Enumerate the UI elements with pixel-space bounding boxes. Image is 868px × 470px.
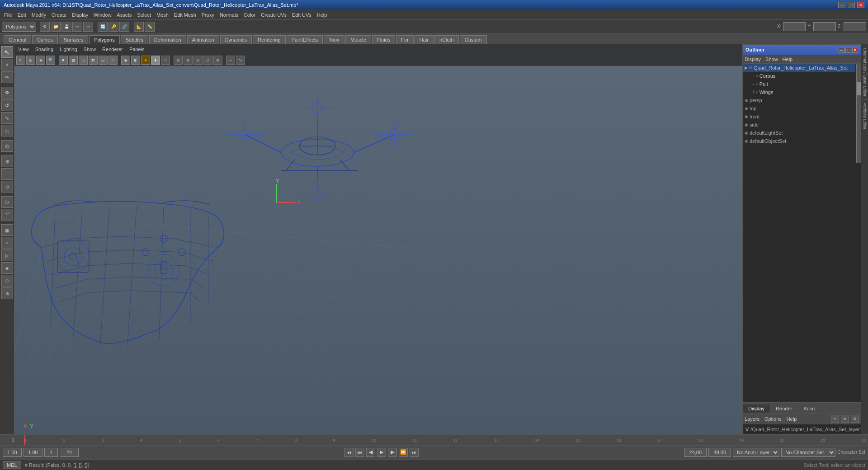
anim-layer-btn[interactable]: ▷ <box>1 249 13 261</box>
attribute-editor-label[interactable]: Attribute Editor <box>862 100 868 132</box>
menu-edit-uvs[interactable]: Edit UVs <box>290 11 314 19</box>
pose-editor-btn[interactable]: ⚇ <box>1 275 13 287</box>
layer-tab-display[interactable]: Display <box>743 404 770 413</box>
layer-options-btn[interactable]: ⚙ <box>851 415 859 423</box>
vp-icon-16[interactable]: ⊕ <box>174 56 183 65</box>
toolbar-icon-5[interactable]: ↪ <box>83 22 93 32</box>
menu-create[interactable]: Create <box>49 11 69 19</box>
end-frame-input[interactable] <box>60 448 79 457</box>
viewport-menu-lighting[interactable]: Lighting <box>60 47 77 52</box>
total-end-input[interactable] <box>708 448 731 457</box>
vp-icon-7[interactable]: ⊡ <box>79 56 88 65</box>
menu-modify[interactable]: Modify <box>29 11 48 19</box>
menu-mesh[interactable]: Mesh <box>154 11 171 19</box>
goto-start-btn[interactable]: ⏮ <box>344 448 354 457</box>
outliner-item-pult[interactable]: ─ ○ Pult <box>743 80 855 88</box>
toolbar-icon-4[interactable]: ↩ <box>72 22 82 32</box>
prev-key-btn[interactable]: ⏭ <box>355 448 364 457</box>
prev-frame-btn[interactable]: ◀ <box>366 448 375 457</box>
vp-icon-22[interactable]: ⤡ <box>236 56 245 65</box>
tab-muscle[interactable]: Muscle <box>345 35 371 44</box>
tab-animation[interactable]: Animation <box>187 35 219 44</box>
y-input[interactable] <box>813 22 836 31</box>
tab-fluids[interactable]: Fluids <box>372 35 395 44</box>
viewport-menu-shading[interactable]: Shading <box>35 47 53 52</box>
range-start-input[interactable] <box>24 448 42 457</box>
viewport-menu-renderer[interactable]: Renderer <box>102 47 123 52</box>
toolbar-icon-6[interactable]: 🔄 <box>98 22 108 32</box>
tab-painteffects[interactable]: PaintEffects <box>287 35 323 44</box>
next-frame-btn[interactable]: ▶ <box>388 448 397 457</box>
universal-tool[interactable]: ⚏ <box>1 125 13 136</box>
snap-curve[interactable]: ⌒ <box>1 168 13 180</box>
snap-point[interactable]: ⊙ <box>1 181 13 193</box>
tab-general[interactable]: General <box>4 35 31 44</box>
vp-icon-3[interactable]: ◈ <box>36 56 45 65</box>
play-btn[interactable]: ▶ <box>377 448 386 457</box>
layer-help-menu[interactable]: Help <box>787 416 797 422</box>
current-frame-input[interactable] <box>44 448 58 457</box>
vp-icon-2[interactable]: ⊞ <box>26 56 35 65</box>
toolbar-icon-1[interactable]: ⚙ <box>40 22 50 32</box>
snap-grid[interactable]: ⊞ <box>1 155 13 167</box>
layer-tab-anim[interactable]: Anim <box>798 404 820 413</box>
vp-icon-20[interactable]: ⊛ <box>213 56 222 65</box>
vp-icon-21[interactable]: ↔ <box>226 56 235 65</box>
vp-icon-14[interactable]: ● <box>151 56 160 65</box>
tab-toon[interactable]: Toon <box>324 35 344 44</box>
tab-curves[interactable]: Curves <box>32 35 58 44</box>
menu-proxy[interactable]: Proxy <box>199 11 217 19</box>
maximize-btn[interactable]: □ <box>848 2 855 8</box>
timeline-ruler[interactable]: 1 1 2 3 4 5 6 7 8 9 10 11 12 13 14 15 <box>0 435 868 446</box>
render-btn[interactable]: 🎬 <box>1 209 13 221</box>
viewport-menu-show[interactable]: Show <box>84 47 96 52</box>
menu-normals[interactable]: Normals <box>217 11 241 19</box>
display-layer-btn[interactable]: ≡ <box>1 237 13 249</box>
vp-icon-6[interactable]: ▦ <box>69 56 78 65</box>
vp-icon-17[interactable]: ⊗ <box>184 56 193 65</box>
range-end-input[interactable] <box>684 448 707 457</box>
vp-icon-4[interactable]: 🔍 <box>46 56 55 65</box>
toolbar-icon-2[interactable]: 📁 <box>51 22 61 32</box>
rotate-tool[interactable]: ↺ <box>1 99 13 111</box>
layer-visibility[interactable]: V <box>745 427 749 432</box>
tab-fur[interactable]: Fur <box>396 35 414 44</box>
outliner-scrollbar[interactable] <box>856 64 861 163</box>
outliner-item-side[interactable]: ◉ side <box>743 121 855 129</box>
vp-icon-18[interactable]: ⊘ <box>193 56 203 65</box>
new-layer-btn[interactable]: + <box>831 415 839 423</box>
vp-select-icon[interactable]: ↖ <box>16 56 25 65</box>
vp-icon-13[interactable]: ● <box>141 56 150 65</box>
menu-assets[interactable]: Assets <box>114 11 134 19</box>
outliner-item-objectset[interactable]: ◉ defaultObjectSet <box>743 137 855 145</box>
paint-tool[interactable]: ✏ <box>1 71 13 83</box>
tab-ncloth[interactable]: nCloth <box>434 35 459 44</box>
toolbar-icon-3[interactable]: 💾 <box>61 22 71 32</box>
viewport-menu-panels[interactable]: Panels <box>129 47 145 52</box>
vp-icon-9[interactable]: ⊟ <box>99 56 108 65</box>
outliner-maximize[interactable]: □ <box>845 47 851 53</box>
vp-icon-15[interactable]: ? <box>161 56 170 65</box>
menu-edit[interactable]: Edit <box>15 11 28 19</box>
menu-edit-mesh[interactable]: Edit Mesh <box>172 11 198 19</box>
soft-select[interactable]: ◎ <box>1 140 13 152</box>
mode-selector[interactable]: Polygons <box>2 22 36 32</box>
menu-create-uvs[interactable]: Create UVs <box>259 11 289 19</box>
layer-row-1[interactable]: V /Quad_Rotor_Helicopter_LaTrax_Alias_Se… <box>743 424 861 434</box>
anim-layer-select[interactable]: No Anim Layer <box>733 448 779 457</box>
move-tool[interactable]: ✥ <box>1 87 13 99</box>
delete-layer-btn[interactable]: ✕ <box>841 415 849 423</box>
minimize-btn[interactable]: — <box>838 2 845 8</box>
tab-deformation[interactable]: Deformation <box>149 35 186 44</box>
start-frame-input[interactable] <box>3 448 22 457</box>
layers-menu[interactable]: Layers <box>745 416 760 422</box>
vp-icon-10[interactable]: ▷ <box>108 56 118 65</box>
tab-subdivs[interactable]: Subdivs <box>121 35 148 44</box>
menu-help[interactable]: Help <box>315 11 330 19</box>
menu-display[interactable]: Display <box>70 11 90 19</box>
menu-select[interactable]: Select <box>135 11 153 19</box>
outliner-item-corpus[interactable]: ─ ○ Corpus <box>743 72 855 80</box>
channel-box-label[interactable]: Channel Box / Layer Editor <box>862 45 868 100</box>
viewport-menu-view[interactable]: View <box>18 47 29 52</box>
vp-icon-11[interactable]: ◉ <box>121 56 130 65</box>
